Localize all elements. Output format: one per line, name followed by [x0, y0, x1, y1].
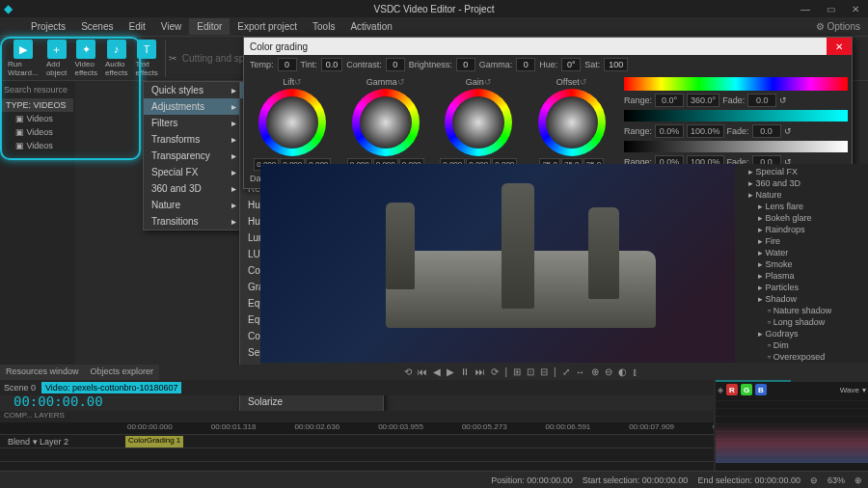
maximize-button[interactable]: ▭ [818, 0, 843, 17]
cg-contrast-value[interactable]: 0 [386, 58, 405, 71]
cg-titlebar[interactable]: Color grading ✕ [244, 38, 852, 55]
tree-lens-flare[interactable]: ▸ Lens flare [737, 201, 866, 212]
effects-adjustments[interactable]: Adjustments▸ [144, 98, 240, 115]
tab-resources-window[interactable]: Resources window [0, 365, 85, 380]
tree-particles[interactable]: ▸ Particles [737, 282, 866, 293]
cg-temp-value[interactable]: 0 [278, 58, 297, 71]
transport-btn[interactable]: ⊟ [540, 366, 548, 377]
ribbon-video[interactable]: ✦Videoeffects [71, 38, 101, 79]
effects-transforms[interactable]: Transforms▸ [144, 131, 240, 148]
menu-edit[interactable]: Edit [121, 18, 152, 35]
scope-b-button[interactable]: B [755, 384, 767, 395]
tree-bokeh-glare[interactable]: ▸ Bokeh glare [737, 212, 866, 224]
scope-mode[interactable]: Wave [840, 386, 859, 394]
effects-special-fx[interactable]: Special FX▸ [144, 164, 240, 180]
transport-btn[interactable]: ⟳ [491, 366, 499, 377]
timeline-clip[interactable]: ColorGrading 1 [125, 436, 183, 447]
tree-overexposed[interactable]: ▫ Overexposed [737, 351, 866, 363]
video-preview[interactable] [260, 164, 781, 363]
lp-item[interactable]: ▣ Videos [2, 125, 73, 139]
track-blend[interactable]: Blend ▾ Layer 2 [0, 437, 125, 447]
menu-tools[interactable]: Tools [305, 18, 342, 35]
range-a[interactable]: 0.0% [655, 124, 684, 138]
minimize-button[interactable]: — [793, 0, 818, 17]
range-a[interactable]: 0.0° [655, 94, 684, 107]
search-resource-input[interactable]: Search resource [2, 83, 73, 96]
transport-btn[interactable]: ⊕ [591, 366, 599, 377]
transport-btn[interactable]: ▶ [447, 366, 454, 377]
tree--and-d[interactable]: ▸ 360 and 3D [737, 177, 866, 189]
transport-btn[interactable]: ⫿ [633, 366, 637, 377]
transport-btn[interactable]: ⊡ [527, 366, 534, 377]
scene-file[interactable]: Video: pexels-cottonbro-10180607 [41, 382, 181, 393]
close-button[interactable]: ✕ [843, 0, 868, 17]
tree-shadow[interactable]: ▸ Shadow [737, 293, 866, 305]
menu-options[interactable]: ⚙ Options [808, 18, 868, 35]
ribbon-run[interactable]: ▶RunWizard... [4, 38, 42, 79]
transport-btn[interactable]: ↔ [576, 366, 585, 377]
lp-item[interactable]: ▣ Videos [2, 139, 73, 152]
reset-icon[interactable]: ↺ [784, 126, 792, 136]
zoom-out-icon[interactable]: ⊖ [810, 475, 818, 485]
transport-btn[interactable]: ◀ [433, 366, 441, 377]
menu-scenes[interactable]: Scenes [73, 18, 121, 35]
transport-btn[interactable]: ⊖ [605, 366, 612, 377]
cg-hue-value[interactable]: 0° [561, 58, 581, 71]
tree-water[interactable]: ▸ Water [737, 247, 866, 258]
zoom-in-icon[interactable]: ⊕ [854, 475, 862, 485]
lp-item[interactable]: ▣ Videos [2, 112, 73, 125]
tree-godrays[interactable]: ▸ Godrays [737, 328, 866, 339]
tree-nature[interactable]: ▸ Nature [737, 189, 866, 201]
hue-spectrum[interactable] [624, 77, 848, 91]
gradient-bar[interactable] [624, 141, 848, 152]
effects-transitions[interactable]: Transitions▸ [144, 213, 240, 230]
tree-plasma[interactable]: ▸ Plasma [737, 270, 866, 282]
tree-fire[interactable]: ▸ Fire [737, 235, 866, 247]
transport-btn[interactable]: ⏭ [475, 366, 485, 377]
effects-quick-styles[interactable]: Quick styles▸ [144, 82, 240, 98]
ribbon-add[interactable]: ＋Addobject [42, 38, 71, 79]
fade-value[interactable]: 0.0 [752, 124, 781, 138]
transport-btn[interactable]: ⟲ [404, 366, 412, 377]
ribbon-text[interactable]: TTexteffects [131, 38, 161, 79]
fade-value[interactable]: 0.0 [747, 94, 776, 107]
reset-icon[interactable]: ↺ [779, 95, 787, 105]
scope-r-button[interactable]: R [726, 384, 738, 395]
wheel-gain[interactable] [445, 89, 512, 156]
effects-nature[interactable]: Nature▸ [144, 197, 240, 213]
scope-g-button[interactable]: G [741, 384, 752, 395]
menu-editor[interactable]: Editor [189, 18, 230, 35]
tree-raindrops[interactable]: ▸ Raindrops [737, 224, 866, 235]
tree-long-shadow[interactable]: ▫ Long shadow [737, 316, 866, 328]
effects-filters[interactable]: Filters▸ [144, 115, 240, 131]
gradient-bar[interactable] [624, 110, 848, 122]
scope-diamond-icon[interactable]: ◈ [718, 386, 723, 394]
menu-export-project[interactable]: Export project [230, 18, 305, 35]
effects-transparency[interactable]: Transparency▸ [144, 148, 240, 164]
menu-projects[interactable]: Projects [23, 18, 73, 35]
tree-special-fx[interactable]: ▸ Special FX [737, 166, 866, 177]
transport-btn[interactable]: ⤢ [562, 366, 570, 377]
transport-btn[interactable]: ◐ [618, 366, 627, 377]
tab-objects-explorer[interactable]: Objects explorer [85, 365, 160, 380]
ribbon-audio[interactable]: ♪Audioeffects [101, 38, 131, 79]
transport-btn[interactable]: ⏮ [418, 366, 427, 377]
range-b[interactable]: 100.0% [687, 124, 724, 138]
cg-sat-value[interactable]: 100 [604, 58, 628, 71]
cg-gamma-value[interactable]: 0 [516, 58, 535, 71]
timeline-header-left[interactable]: COMP... LAYERS [0, 411, 125, 422]
wheel-offset[interactable] [538, 89, 606, 156]
effects-360-and-3d[interactable]: 360 and 3D▸ [144, 180, 240, 197]
transport-btn[interactable]: ⏸ [460, 366, 470, 377]
tree-nature-shadow[interactable]: ▫ Nature shadow [737, 305, 866, 316]
scene-label[interactable]: Scene 0 [4, 383, 36, 393]
range-b[interactable]: 360.0° [687, 94, 719, 107]
cg-brightness-value[interactable]: 0 [456, 58, 475, 71]
cg-tint-value[interactable]: 0.0 [321, 58, 343, 71]
menu-view[interactable]: View [153, 18, 190, 35]
menu-activation[interactable]: Activation [342, 18, 399, 35]
cg-close-button[interactable]: ✕ [827, 38, 852, 55]
tree-dim[interactable]: ▫ Dim [737, 339, 866, 351]
wheel-gamma[interactable] [352, 89, 420, 156]
tree-smoke[interactable]: ▸ Smoke [737, 258, 866, 270]
